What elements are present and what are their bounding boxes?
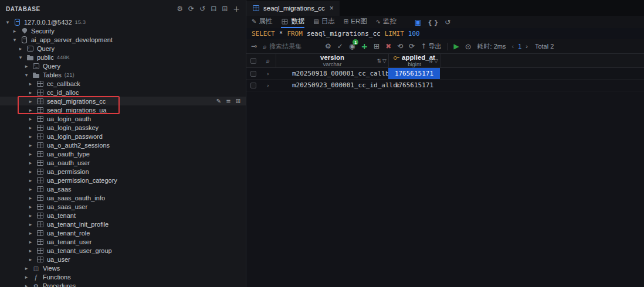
sidebar-item-functions[interactable]: ▸ Functions [0, 272, 246, 281]
tab-er-diagram[interactable]: ER图 [344, 16, 367, 28]
chevron-right-icon[interactable]: ▸ [28, 195, 33, 201]
sidebar-item-127_0_0_1_5432[interactable]: ▾ 127.0.0.1@5432 15.3 [0, 18, 246, 26]
chevron-right-icon[interactable]: ▸ [28, 248, 33, 254]
chevron-right-icon[interactable]: ▸ [28, 107, 33, 113]
preview-icon[interactable] [465, 43, 472, 50]
chevron-right-icon[interactable]: ▸ [28, 142, 33, 148]
filter-icon[interactable] [382, 58, 387, 63]
chevron-right-icon[interactable]: ▸ [28, 98, 33, 104]
chevron-right-icon[interactable]: ▸ [23, 63, 29, 69]
cell-version[interactable]: m20250918_000001_cc_callback [276, 68, 388, 79]
history-icon[interactable] [445, 19, 450, 26]
sidebar-item-ua_login_oauth[interactable]: ▸ ua_login_oauth [0, 114, 246, 123]
sidebar-item-ua_permission_category[interactable]: ▸ ua_permission_category [0, 176, 246, 184]
revert-icon[interactable] [397, 43, 403, 50]
chevron-right-icon[interactable]: ▸ [28, 257, 33, 262]
sidebar-item-tables[interactable]: ▾ Tables (21) [0, 70, 246, 79]
table-row[interactable]: › m20250918_000001_cc_callback 176561517… [246, 68, 644, 80]
sidebar-item-ua_user[interactable]: ▸ ua_user [0, 255, 246, 264]
chevron-right-icon[interactable]: ▸ [23, 283, 29, 287]
cell-applied-at-selected[interactable]: 1765615171 [388, 68, 440, 79]
settings-icon[interactable] [325, 43, 331, 50]
sidebar-item-ua_tenant_user[interactable]: ▸ ua_tenant_user [0, 237, 246, 246]
pending-changes[interactable]: 1 [349, 43, 355, 50]
result-search-input[interactable] [269, 43, 313, 50]
chevron-down-icon[interactable]: ▾ [23, 72, 29, 78]
prev-page-button[interactable]: ‹ [511, 43, 514, 50]
result-search[interactable] [263, 43, 319, 50]
cell-applied-at[interactable]: 1765615171 [388, 80, 440, 91]
row-checkbox[interactable] [250, 71, 256, 77]
chevron-right-icon[interactable]: ▸ [28, 204, 33, 210]
chevron-right-icon[interactable]: ▸ [28, 116, 33, 122]
braces-icon[interactable] [428, 19, 438, 26]
sql-console-icon[interactable] [415, 19, 421, 26]
sidebar-item-ua_saas_oauth_info[interactable]: ▸ ua_saas_oauth_info [0, 193, 246, 202]
row-checkbox[interactable] [250, 83, 256, 88]
sidebar-item-seaql_migrations_cc[interactable]: ▸ seaql_migrations_cc [0, 97, 246, 105]
settings-icon[interactable] [177, 5, 183, 12]
run-icon[interactable] [453, 43, 459, 50]
chevron-right-icon[interactable]: ▸ [28, 186, 33, 192]
copy-icon[interactable] [236, 98, 240, 104]
chevron-right-icon[interactable]: ▸ [28, 213, 33, 218]
refresh-icon[interactable] [409, 43, 415, 50]
sidebar-item-ua_permission[interactable]: ▸ ua_permission [0, 167, 246, 176]
sidebar-item-ua_oauth_type[interactable]: ▸ ua_oauth_type [0, 149, 246, 158]
chevron-right-icon[interactable]: ▸ [28, 125, 33, 131]
next-page-button[interactable]: › [526, 43, 528, 50]
edit-icon[interactable] [216, 98, 221, 104]
sidebar-item-ua_saas[interactable]: ▸ ua_saas [0, 184, 246, 193]
menu-icon[interactable] [226, 98, 231, 104]
chevron-down-icon[interactable]: ▾ [5, 19, 11, 25]
chevron-right-icon[interactable]: ▸ [28, 81, 33, 87]
sidebar-item-ua_tenant_user_group[interactable]: ▸ ua_tenant_user_group [0, 246, 246, 255]
close-icon[interactable]: × [330, 4, 334, 12]
sidebar-item-procedures[interactable]: ▸ Procedures [0, 281, 246, 287]
sidebar-item-ua_login_passkey[interactable]: ▸ ua_login_passkey [0, 123, 246, 132]
pin-results-icon[interactable] [251, 43, 257, 50]
sidebar-item-ua_login_password[interactable]: ▸ ua_login_password [0, 132, 246, 141]
chevron-right-icon[interactable]: ▸ [12, 28, 18, 34]
duplicate-row-icon[interactable] [374, 43, 379, 50]
export-button[interactable]: 导出 [421, 42, 441, 51]
chevron-right-icon[interactable]: ▸ [28, 160, 33, 166]
search-rows-icon[interactable] [266, 57, 270, 64]
chevron-right-icon[interactable]: ▸ [28, 151, 33, 157]
new-window-icon[interactable] [222, 5, 228, 12]
chevron-right-icon[interactable]: ▸ [28, 239, 33, 245]
table-row[interactable]: › m20250923_000001_cc_id_alloc 176561517… [246, 80, 644, 91]
commit-icon[interactable] [337, 43, 343, 50]
history-icon[interactable] [199, 5, 205, 12]
chevron-right-icon[interactable]: ▸ [23, 265, 29, 271]
sidebar-item-views[interactable]: ▸ Views [0, 264, 246, 272]
chevron-right-icon[interactable]: ▸ [28, 230, 33, 236]
sidebar-item-ua_tenant_role[interactable]: ▸ ua_tenant_role [0, 228, 246, 237]
sidebar-item-ua_o_auth2_sessions[interactable]: ▸ ua_o_auth2_sessions [0, 141, 246, 149]
sql-statement[interactable]: SELECT * FROM seaql_migrations_cc LIMIT … [246, 28, 644, 39]
sidebar-item-query[interactable]: ▸ Query [0, 44, 246, 53]
tab-properties[interactable]: 属性 [252, 16, 272, 28]
sidebar-item-ua_tenant[interactable]: ▸ ua_tenant [0, 211, 246, 220]
tab-monitor[interactable]: 监控 [376, 16, 396, 28]
chevron-right-icon[interactable]: ▸ [18, 46, 23, 52]
cell-version[interactable]: m20250923_000001_cc_id_alloc [276, 80, 388, 91]
chevron-right-icon[interactable]: ▸ [28, 177, 33, 183]
sidebar-item-ai_app_server_development[interactable]: ▾ ai_app_server_development [0, 35, 246, 44]
sort-icon[interactable] [377, 58, 382, 63]
chevron-right-icon[interactable]: ▸ [23, 274, 29, 280]
chevron-right-icon[interactable]: › [266, 71, 269, 77]
chevron-right-icon[interactable]: ▸ [28, 134, 33, 139]
refresh-icon[interactable] [188, 5, 194, 12]
sidebar-item-seaql_migrations_ua[interactable]: ▸ seaql_migrations_ua [0, 105, 246, 114]
select-all-checkbox[interactable] [250, 58, 256, 64]
chevron-down-icon[interactable]: ▾ [18, 54, 23, 60]
add-connection-icon[interactable] [233, 5, 240, 13]
sidebar-item-cc_id_alloc[interactable]: ▸ cc_id_alloc [0, 88, 246, 97]
sidebar-item-ua_tenant_init_profile[interactable]: ▸ ua_tenant_init_profile [0, 220, 246, 228]
collapse-icon[interactable] [211, 5, 216, 12]
sidebar-item-ua_saas_user[interactable]: ▸ ua_saas_user [0, 202, 246, 211]
chevron-down-icon[interactable]: ▾ [12, 37, 18, 43]
tab-logs[interactable]: 日志 [313, 16, 334, 28]
sidebar-item-security[interactable]: ▸ Security [0, 26, 246, 35]
